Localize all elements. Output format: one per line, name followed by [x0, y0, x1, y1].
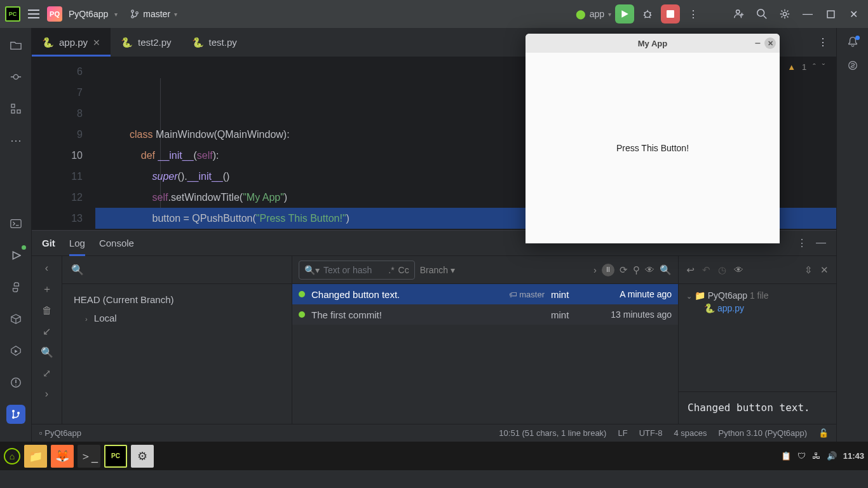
regex-toggle[interactable]: .* — [388, 265, 394, 275]
undo-icon[interactable]: ↶ — [702, 264, 710, 276]
app-window-titlebar[interactable]: My App – ✕ — [526, 34, 780, 53]
go-to-icon[interactable]: › — [593, 264, 597, 275]
new-branch-icon[interactable]: ＋ — [42, 283, 52, 296]
app-window-minimize-icon[interactable]: – — [755, 37, 761, 49]
python-console-tool-icon[interactable] — [6, 278, 25, 297]
prev-highlight-icon[interactable]: ˆ — [813, 62, 815, 72]
running-app-window[interactable]: My App – ✕ Press This Button! — [526, 34, 780, 243]
run-tool-icon[interactable] — [6, 246, 25, 265]
more-actions-button[interactable]: ⋮ — [684, 4, 703, 24]
stop-button[interactable] — [661, 4, 680, 24]
refresh-icon[interactable]: ⟳ — [620, 264, 628, 276]
git-tool-icon[interactable] — [6, 405, 25, 424]
notifications-icon[interactable] — [847, 36, 858, 47]
tray-clipboard-icon[interactable]: 📋 — [781, 451, 791, 461]
settings-app-icon[interactable]: ⚙ — [131, 445, 154, 468]
vcs-branch-widget[interactable]: master ▾ — [130, 9, 177, 19]
packages-tool-icon[interactable] — [6, 309, 25, 329]
pause-icon[interactable]: II — [602, 264, 614, 276]
app-window-close-icon[interactable]: ✕ — [764, 37, 776, 49]
search-icon[interactable]: 🔍 — [71, 264, 84, 276]
project-tool-icon[interactable] — [6, 36, 25, 55]
commit-time: 13 minutes ago — [589, 309, 672, 320]
expand-icon[interactable]: ⤢ — [43, 367, 51, 379]
revert-icon[interactable]: ↪ — [686, 264, 695, 276]
start-menu-icon[interactable]: ⌂ — [4, 448, 20, 464]
app-push-button[interactable]: Press This Button! — [616, 143, 689, 153]
commit-search-input[interactable]: 🔍▾ Text or hash .* Cc — [299, 261, 415, 280]
services-tool-icon[interactable] — [6, 341, 25, 360]
code-with-me-button[interactable] — [729, 4, 749, 24]
back-icon[interactable]: ‹ — [45, 262, 48, 274]
inspections-widget[interactable]: ▲ 1 ˆ ˇ — [787, 62, 825, 72]
status-indent[interactable]: 4 spaces — [674, 428, 707, 438]
main-menu-button[interactable] — [24, 4, 43, 24]
lock-icon[interactable]: 🔓 — [818, 428, 829, 438]
eye-icon[interactable]: 👁 — [645, 264, 654, 275]
project-icon: PQ — [47, 6, 62, 22]
status-bar: ▫ PyQt6app 10:51 (51 chars, 1 line break… — [32, 424, 836, 442]
forward-icon[interactable]: › — [45, 388, 48, 400]
branch-head[interactable]: HEAD (Current Branch) — [71, 290, 283, 309]
editor-tab-app[interactable]: 🐍 app.py ✕ — [32, 28, 111, 57]
find-icon[interactable]: 🔍 — [41, 346, 53, 358]
status-encoding[interactable]: UTF-8 — [639, 428, 663, 438]
tab-actions-button[interactable]: ⋮ — [813, 33, 832, 52]
cherry-pick-icon[interactable]: ⚲ — [633, 264, 640, 276]
commit-tool-icon[interactable] — [6, 67, 25, 86]
folder-icon: 📁 — [695, 290, 705, 301]
git-hide-icon[interactable]: — — [816, 237, 826, 249]
status-position[interactable]: 10:51 (51 chars, 1 line break) — [499, 428, 606, 438]
status-eol[interactable]: LF — [618, 428, 627, 438]
debug-button[interactable] — [638, 4, 657, 24]
git-tab-log[interactable]: Log — [69, 231, 85, 255]
editor-tab-test[interactable]: 🐍 test.py — [182, 28, 247, 57]
delete-icon[interactable]: 🗑 — [42, 305, 52, 316]
close-tab-button[interactable]: ✕ — [93, 37, 100, 48]
window-close-button[interactable]: ✕ — [844, 4, 863, 24]
commit-row[interactable]: The first commit!mint13 minutes ago — [292, 304, 678, 325]
close-details-icon[interactable]: ✕ — [820, 264, 829, 276]
branch-local[interactable]: › Local — [71, 309, 283, 327]
more-tools-icon[interactable]: ⋯ — [6, 131, 25, 150]
find-commit-icon[interactable]: 🔍 — [660, 264, 672, 276]
tray-clock[interactable]: 11:43 — [843, 451, 864, 461]
git-options-icon[interactable]: ⋮ — [797, 237, 807, 249]
problems-tool-icon[interactable] — [6, 373, 25, 392]
ai-assistant-icon[interactable] — [847, 60, 858, 71]
firefox-app-icon[interactable]: 🦊 — [51, 445, 74, 468]
run-button[interactable] — [615, 4, 634, 24]
expand-collapse-icon[interactable]: ⇳ — [804, 264, 813, 276]
tray-shield-icon[interactable]: 🛡 — [797, 451, 806, 461]
search-everywhere-button[interactable] — [752, 4, 771, 24]
structure-tool-icon[interactable] — [6, 99, 25, 118]
pycharm-app-icon[interactable]: PC — [104, 445, 127, 468]
status-interpreter[interactable]: Python 3.10 (PyQt6app) — [719, 428, 807, 438]
preview-icon[interactable]: 👁 — [734, 264, 743, 275]
terminal-tool-icon[interactable] — [6, 214, 25, 233]
window-maximize-button[interactable] — [821, 4, 840, 24]
status-project[interactable]: ▫ PyQt6app — [39, 428, 81, 438]
branch-filter[interactable]: Branch ▾ — [420, 265, 455, 275]
system-tray: 📋 🛡 🖧 🔊 11:43 — [781, 451, 864, 461]
terminal-app-icon[interactable]: ＞_ — [78, 445, 100, 468]
next-highlight-icon[interactable]: ˇ — [822, 62, 825, 72]
git-tab-console[interactable]: Console — [99, 231, 134, 255]
window-minimize-button[interactable]: — — [798, 4, 817, 24]
git-tab-git[interactable]: Git — [42, 231, 55, 255]
files-app-icon[interactable]: 📁 — [24, 445, 47, 468]
svg-rect-13 — [10, 220, 20, 228]
tray-volume-icon[interactable]: 🔊 — [827, 451, 837, 461]
changed-files-root[interactable]: ⌄ 📁 PyQt6app 1 file — [686, 290, 829, 301]
history-icon[interactable]: ◷ — [718, 264, 726, 276]
run-config-selector[interactable]: ⬤ app ▾ — [576, 9, 611, 19]
tray-network-icon[interactable]: 🖧 — [812, 451, 820, 461]
git-tool-window: Git Log Console ⋮ — ‹ ＋ 🗑 ↙ 🔍 ⤢ — [32, 230, 836, 424]
changed-file[interactable]: 🐍 app.py — [686, 301, 829, 316]
settings-button[interactable] — [775, 4, 794, 24]
fetch-icon[interactable]: ↙ — [43, 325, 51, 337]
commit-row[interactable]: Changed button text.🏷 mastermintA minute… — [292, 284, 678, 304]
match-case-toggle[interactable]: Cc — [398, 265, 409, 275]
project-name[interactable]: PyQt6app — [69, 9, 108, 19]
editor-tab-test2[interactable]: 🐍 test2.py — [111, 28, 182, 57]
